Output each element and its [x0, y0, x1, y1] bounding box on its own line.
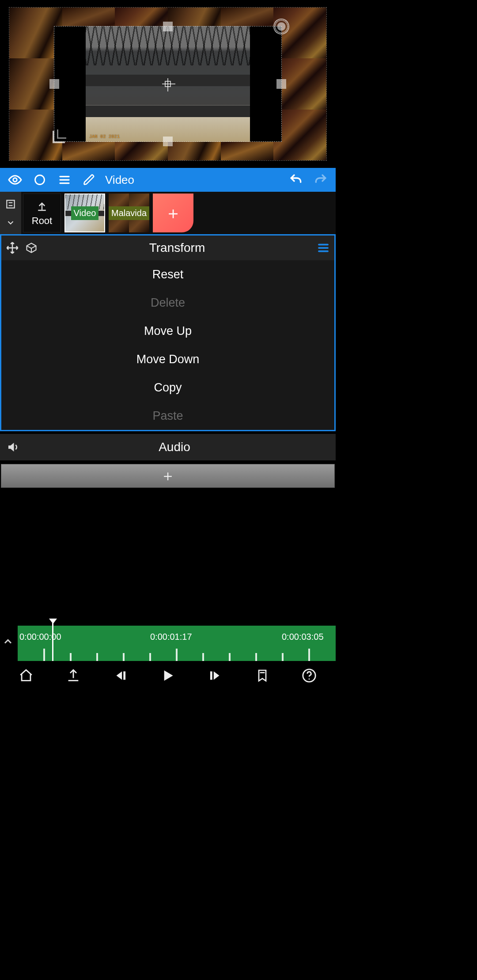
timeline-track[interactable]: 0:00:00:00 0:00:01:17 0:00:03:05 [18, 626, 336, 661]
home-button[interactable] [15, 664, 38, 687]
menu-paste: Paste [1, 402, 334, 430]
bottom-bar [0, 661, 336, 690]
help-button[interactable] [298, 664, 321, 687]
audio-panel-header[interactable]: Audio [0, 434, 336, 460]
layer-label: Video [71, 206, 99, 220]
play-button[interactable] [156, 664, 179, 687]
add-layer-button[interactable]: ＋ [153, 194, 193, 232]
menu-move-down[interactable]: Move Down [1, 345, 334, 373]
playhead[interactable] [52, 623, 53, 661]
plus-icon: ＋ [160, 466, 175, 486]
root-label: Root [32, 215, 52, 227]
panel-menu-icon[interactable] [317, 241, 330, 254]
timeline[interactable]: 0:00:00:00 0:00:01:17 0:00:03:05 [0, 626, 336, 661]
root-layer-button[interactable]: Root [23, 194, 61, 232]
cube-icon[interactable] [25, 242, 38, 254]
panel-toggle[interactable] [0, 192, 21, 234]
menu-move-up[interactable]: Move Up [1, 317, 334, 345]
svg-rect-12 [210, 672, 212, 680]
edit-button[interactable] [77, 168, 102, 192]
svg-point-1 [35, 175, 45, 185]
menu-reset[interactable]: Reset [1, 260, 334, 289]
layer-label: Malavida [109, 206, 149, 220]
selected-clip[interactable]: JAN 02 2021 [54, 26, 282, 142]
timeline-time-2: 0:00:03:05 [282, 632, 324, 642]
visibility-toggle[interactable] [3, 168, 27, 192]
mode-label: Video [105, 173, 134, 187]
speaker-icon [6, 441, 19, 454]
undo-button[interactable] [284, 168, 308, 192]
svg-rect-11 [123, 672, 125, 680]
move-icon[interactable] [6, 241, 19, 254]
menu-delete: Delete [1, 289, 334, 317]
menu-button[interactable] [52, 168, 77, 192]
preview-canvas[interactable]: JAN 02 2021 [9, 7, 327, 161]
svg-point-0 [13, 178, 17, 182]
menu-copy[interactable]: Copy [1, 373, 334, 402]
add-property-button[interactable]: ＋ [1, 464, 335, 488]
bookmark-button[interactable] [251, 664, 274, 687]
transform-panel: Transform Reset Delete Move Up Move Down… [0, 234, 336, 431]
layer-thumb-malavida[interactable]: Malavida [109, 194, 149, 232]
timeline-time-1: 0:00:01:17 [150, 632, 192, 642]
record-toggle[interactable] [27, 168, 52, 192]
layer-thumb-video[interactable]: Video [64, 194, 105, 232]
plus-icon: ＋ [165, 202, 182, 224]
redo-button[interactable] [308, 168, 333, 192]
step-back-button[interactable] [109, 664, 132, 687]
svg-rect-5 [7, 200, 14, 208]
svg-point-15 [309, 678, 310, 680]
panel-title: Transform [44, 241, 310, 255]
audio-title: Audio [19, 440, 329, 454]
timeline-time-0: 0:00:00:00 [19, 632, 61, 642]
clip-timestamp: JAN 02 2021 [89, 134, 120, 139]
layer-strip: Root Video Malavida ＋ [0, 192, 336, 234]
timeline-expand-icon[interactable] [2, 635, 14, 648]
step-forward-button[interactable] [204, 664, 227, 687]
mode-toolbar: Video [0, 168, 336, 192]
export-button[interactable] [62, 664, 85, 687]
